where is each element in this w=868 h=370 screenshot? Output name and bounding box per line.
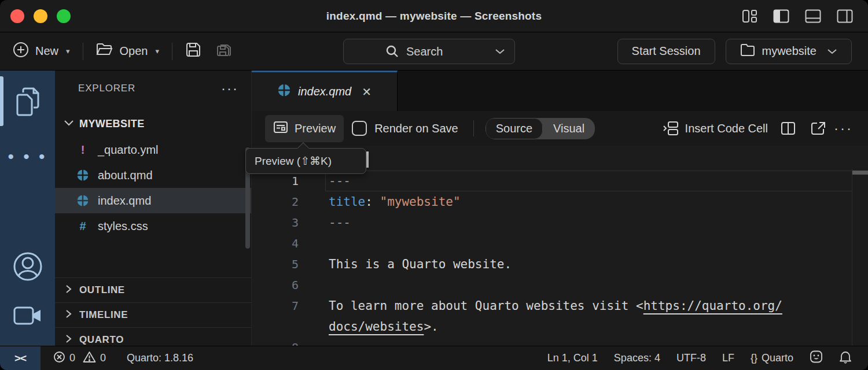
top-action-bar: New ▾ Open ▾ bbox=[0, 32, 868, 71]
more-views-icon[interactable]: • • • bbox=[8, 154, 47, 160]
save-button[interactable] bbox=[181, 38, 206, 64]
section-label: OUTLINE bbox=[79, 284, 125, 296]
quarto-version-status[interactable]: Quarto: 1.8.16 bbox=[120, 346, 200, 370]
eol-status[interactable]: LF bbox=[714, 352, 742, 364]
preview-tooltip: Preview (⇧⌘K) bbox=[245, 148, 366, 174]
plus-circle-icon bbox=[13, 42, 29, 61]
start-session-button[interactable]: Start Session bbox=[617, 39, 715, 64]
explorer-more-actions-icon[interactable]: ··· bbox=[221, 86, 238, 91]
line-number: 5 bbox=[252, 257, 329, 271]
visual-mode-button[interactable]: Visual bbox=[543, 118, 595, 139]
search-icon bbox=[385, 45, 399, 58]
code-line[interactable]: 8 bbox=[252, 337, 868, 346]
toggle-left-sidebar-icon[interactable] bbox=[773, 9, 789, 23]
explorer-sidebar: EXPLORER ··· MYWEBSITE !_quarto.ymlabout… bbox=[55, 71, 252, 346]
insert-code-cell-button[interactable]: Insert Code Cell bbox=[685, 122, 768, 135]
preview-button[interactable]: Preview bbox=[265, 115, 344, 142]
file-name: index.qmd bbox=[98, 194, 151, 208]
tab-index-qmd[interactable]: index.qmd ✕ bbox=[252, 71, 398, 111]
close-tab-icon[interactable]: ✕ bbox=[362, 85, 372, 99]
render-on-save-control[interactable]: Render on Save bbox=[352, 121, 458, 136]
start-session-label: Start Session bbox=[632, 45, 701, 58]
editor-more-actions-icon[interactable]: ··· bbox=[834, 126, 853, 131]
indentation-status[interactable]: Spaces: 4 bbox=[606, 352, 668, 364]
chevron-right-icon bbox=[64, 308, 72, 323]
chevron-down-icon: ▾ bbox=[155, 47, 159, 56]
code-line[interactable]: 5This is a Quarto website. bbox=[252, 254, 868, 275]
code-editor[interactable]: 1---2title: "mywebsite"3---45This is a Q… bbox=[252, 146, 868, 346]
error-icon bbox=[53, 351, 65, 366]
editor-action-bar: Preview Render on Save Source Visual bbox=[252, 111, 868, 146]
workspace-root-folder[interactable]: MYWEBSITE bbox=[55, 112, 251, 135]
line-text: --- bbox=[329, 174, 351, 188]
css-hash-icon: # bbox=[76, 220, 90, 233]
notifications-button[interactable] bbox=[831, 350, 860, 367]
editor-group: index.qmd ✕ Preview bbox=[252, 71, 868, 346]
activity-bar: • • • bbox=[0, 71, 55, 346]
problems-status[interactable]: 0 0 bbox=[46, 346, 113, 370]
workspace-selector[interactable]: mywebsite bbox=[726, 39, 852, 64]
account-icon[interactable] bbox=[12, 251, 43, 282]
line-number: 6 bbox=[252, 278, 329, 292]
line-number: 4 bbox=[252, 236, 329, 250]
chevron-right-icon bbox=[64, 283, 72, 298]
split-editor-icon[interactable] bbox=[781, 121, 796, 135]
file-name: styles.css bbox=[98, 220, 148, 233]
toggle-bottom-panel-icon[interactable] bbox=[805, 9, 821, 23]
editor-scrollbar-track bbox=[852, 169, 852, 346]
divider bbox=[83, 43, 83, 60]
render-on-save-checkbox[interactable] bbox=[352, 121, 367, 136]
line-number: 1 bbox=[252, 174, 329, 188]
chevron-down-icon bbox=[495, 48, 505, 55]
code-line[interactable]: 6 bbox=[252, 275, 868, 295]
sidebar-section-timeline[interactable]: TIMELINE bbox=[55, 302, 251, 327]
line-number: 8 bbox=[252, 341, 329, 346]
insert-code-cell-icon bbox=[662, 120, 679, 136]
open-in-new-window-icon[interactable] bbox=[811, 121, 826, 135]
language-mode-status[interactable]: {} Quarto bbox=[742, 352, 801, 364]
screen-record-icon[interactable] bbox=[13, 305, 43, 326]
explorer-view-icon[interactable] bbox=[13, 86, 43, 118]
file-row-styles.css[interactable]: #styles.css bbox=[55, 213, 251, 239]
file-row-index.qmd[interactable]: index.qmd bbox=[55, 188, 251, 213]
section-label: TIMELINE bbox=[79, 309, 128, 321]
search-input[interactable]: Search bbox=[343, 39, 515, 64]
sidebar-section-outline[interactable]: OUTLINE bbox=[55, 278, 251, 302]
chevron-down-icon bbox=[827, 45, 837, 58]
preview-icon bbox=[273, 120, 288, 137]
window-title: index.qmd — mywebsite — Screenshots bbox=[0, 10, 868, 23]
code-line[interactable]: docs/websites>. bbox=[252, 316, 868, 337]
divider bbox=[172, 43, 172, 60]
warning-count: 0 bbox=[100, 352, 106, 364]
encoding-status[interactable]: UTF-8 bbox=[668, 352, 714, 364]
new-file-button[interactable]: New ▾ bbox=[8, 38, 75, 64]
error-count: 0 bbox=[69, 352, 75, 364]
feedback-button[interactable] bbox=[801, 350, 831, 367]
toggle-right-sidebar-icon[interactable] bbox=[837, 9, 853, 23]
open-button[interactable]: Open ▾ bbox=[91, 39, 164, 64]
save-all-icon bbox=[215, 42, 233, 61]
file-row-about.qmd[interactable]: about.qmd bbox=[55, 162, 251, 188]
code-line[interactable]: 3--- bbox=[252, 212, 868, 233]
remote-indicator[interactable]: >< bbox=[0, 346, 41, 370]
title-bar: index.qmd — mywebsite — Screenshots bbox=[0, 0, 868, 32]
preview-label: Preview bbox=[295, 122, 336, 135]
file-name: about.qmd bbox=[98, 169, 153, 182]
save-all-button[interactable] bbox=[211, 38, 237, 64]
code-line[interactable]: 7To learn more about Quarto websites vis… bbox=[252, 295, 868, 316]
line-text: To learn more about Quarto websites visi… bbox=[329, 299, 782, 313]
cursor-position-status[interactable]: Ln 1, Col 1 bbox=[539, 352, 606, 364]
open-label: Open bbox=[120, 45, 148, 58]
quarto-globe-icon bbox=[76, 169, 90, 182]
customize-layout-icon[interactable] bbox=[742, 9, 757, 23]
source-visual-toggle: Source Visual bbox=[486, 118, 595, 139]
workspace-root-label: MYWEBSITE bbox=[79, 118, 145, 130]
line-number: 2 bbox=[252, 195, 329, 209]
code-line[interactable]: 2title: "mywebsite" bbox=[252, 191, 868, 212]
code-line[interactable]: 4 bbox=[252, 233, 868, 254]
sidebar-section-quarto[interactable]: QUARTO bbox=[55, 327, 251, 346]
source-mode-button[interactable]: Source bbox=[486, 118, 543, 139]
editor-scrollbar-thumb[interactable] bbox=[852, 171, 868, 175]
file-row-_quarto.yml[interactable]: !_quarto.yml bbox=[55, 137, 251, 162]
new-file-label: New bbox=[35, 45, 58, 58]
